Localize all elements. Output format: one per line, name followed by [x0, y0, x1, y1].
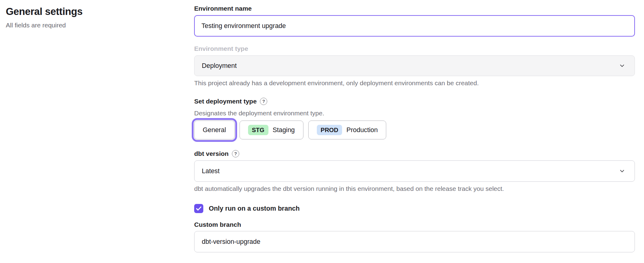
production-badge: PROD [317, 125, 342, 135]
chevron-down-icon [619, 168, 625, 174]
staging-button-label: Staging [273, 126, 295, 134]
deployment-type-label: Set deployment type [194, 97, 257, 105]
environment-name-input[interactable] [194, 15, 635, 37]
environment-name-label: Environment name [194, 4, 635, 12]
custom-branch-field: Custom branch [194, 220, 635, 252]
environment-type-value: Deployment [202, 62, 237, 70]
environment-settings-form: Environment name Environment type Deploy… [194, 4, 635, 252]
custom-branch-input[interactable] [194, 231, 635, 252]
deployment-type-staging-button[interactable]: STG Staging [240, 121, 303, 139]
help-icon[interactable]: ? [232, 150, 239, 157]
environment-type-field: Environment type Deployment This project… [194, 44, 635, 87]
dbt-version-label: dbt version [194, 149, 229, 158]
deployment-type-options: General STG Staging PROD Production [194, 121, 635, 139]
custom-branch-checkbox-row: Only run on a custom branch [194, 204, 635, 213]
deployment-type-description: Designates the deployment environment ty… [194, 110, 635, 117]
custom-branch-checkbox-label[interactable]: Only run on a custom branch [209, 205, 300, 212]
page-subtitle: All fields are required [6, 22, 82, 29]
deployment-type-general-button[interactable]: General [194, 121, 235, 139]
staging-badge: STG [248, 125, 268, 135]
deployment-type-field: Set deployment type ? Designates the dep… [194, 97, 635, 139]
environment-name-field: Environment name [194, 4, 635, 37]
checkmark-icon [196, 206, 201, 211]
settings-header: General settings All fields are required [6, 5, 82, 29]
custom-branch-label: Custom branch [194, 220, 635, 229]
general-button-label: General [203, 126, 226, 134]
page-title: General settings [6, 5, 82, 18]
custom-branch-checkbox[interactable] [194, 204, 203, 213]
dbt-version-field: dbt version ? Latest dbt automatically u… [194, 149, 635, 192]
environment-type-helper: This project already has a development e… [194, 79, 635, 87]
production-button-label: Production [346, 126, 378, 134]
dbt-version-select[interactable]: Latest [194, 160, 635, 182]
dbt-version-value: Latest [202, 167, 220, 175]
dbt-version-helper: dbt automatically upgrades the dbt versi… [194, 185, 635, 192]
chevron-down-icon [619, 62, 625, 69]
environment-type-label: Environment type [194, 44, 635, 53]
environment-type-select[interactable]: Deployment [194, 55, 635, 76]
deployment-type-production-button[interactable]: PROD Production [308, 121, 387, 139]
help-icon[interactable]: ? [260, 98, 267, 105]
